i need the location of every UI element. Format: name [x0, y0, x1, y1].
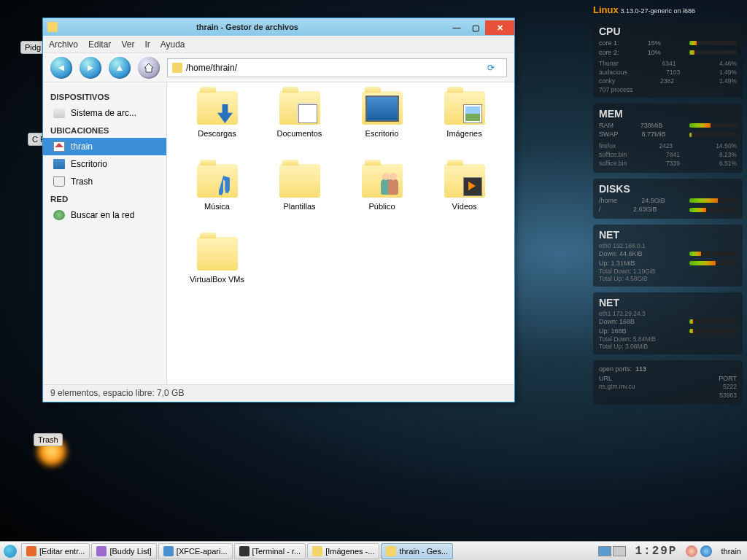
conky-disks-block: DISKS /home24.5GiB /2.63GiB — [593, 179, 743, 219]
folder-música[interactable]: Música — [176, 164, 258, 237]
folder-icon — [197, 91, 238, 125]
folder-label: Plantillas — [283, 202, 315, 211]
app-icon — [312, 546, 322, 556]
taskbar-item[interactable]: [XFCE-apari... — [158, 543, 233, 559]
toolbar: ◄ ► ▲ /home/thrain/ ⟳ — [43, 53, 514, 82]
app-icon — [96, 546, 107, 556]
taskbar: [Editar entr...[Buddy List][XFCE-apari..… — [0, 541, 747, 560]
home-button[interactable] — [138, 57, 160, 79]
conky-cpu-title: CPU — [599, 26, 737, 37]
menu-ir[interactable]: Ir — [144, 39, 150, 50]
refresh-icon[interactable]: ⟳ — [487, 63, 502, 73]
conky-os: Linux — [593, 4, 619, 15]
taskbar-item-label: [Imágenes -... — [325, 547, 374, 556]
tray-icon[interactable] — [700, 545, 712, 557]
back-button[interactable]: ◄ — [50, 57, 72, 79]
titlebar[interactable]: thrain - Gestor de archivos — ▢ ✕ — [43, 18, 514, 36]
taskbar-item[interactable]: [Terminal - r... — [234, 543, 306, 559]
taskbar-item[interactable]: [Imágenes -... — [307, 543, 379, 559]
xfce-mouse-icon — [4, 545, 17, 558]
desktop-icon-trash[interactable]: Trash — [34, 433, 63, 446]
up-button[interactable]: ▲ — [109, 57, 131, 79]
menu-editar[interactable]: Editar — [88, 39, 111, 50]
taskbar-item[interactable]: thrain - Ges... — [381, 543, 453, 559]
user-label[interactable]: thrain — [715, 547, 747, 556]
drive-icon — [53, 108, 65, 118]
doc-icon — [298, 104, 317, 123]
folder-icon — [444, 91, 485, 125]
people-icon — [381, 179, 400, 198]
folder-label: Público — [368, 202, 395, 211]
folder-label: Escritorio — [365, 129, 399, 138]
file-manager-window: thrain - Gestor de archivos — ▢ ✕ Archiv… — [42, 18, 515, 402]
tray-icon[interactable] — [686, 545, 697, 557]
app-icon — [26, 546, 36, 556]
folder-virtualbox-vms[interactable]: VirtualBox VMs — [176, 237, 258, 310]
folder-label: Descargas — [198, 129, 236, 138]
path-bar[interactable]: /home/thrain/ ⟳ — [167, 58, 507, 77]
conky-net0-block: NET eth0 192.168.0.1 Down: 44.6KiB Up: 1… — [593, 225, 743, 287]
folder-icon — [279, 164, 320, 198]
trash-icon — [53, 176, 65, 187]
network-icon — [53, 210, 65, 220]
folder-label: VirtualBox VMs — [190, 275, 244, 284]
folder-plantillas[interactable]: Plantillas — [258, 164, 341, 237]
taskbar-item[interactable]: [Buddy List] — [91, 543, 156, 559]
conky-overlay: Linux 3.13.0-27-generic on i686 CPU core… — [593, 4, 743, 405]
folder-público[interactable]: Público — [341, 164, 423, 237]
system-tray — [683, 545, 715, 557]
path-text: /home/thrain/ — [186, 63, 237, 73]
menubar: Archivo Editar Ver Ir Ayuda — [43, 36, 514, 53]
sidebar-item-thrain[interactable]: thrain — [43, 138, 166, 155]
folder-descargas[interactable]: Descargas — [176, 91, 258, 164]
sidebar-network-header: RED — [43, 190, 166, 206]
minimize-button[interactable]: — — [447, 20, 466, 35]
taskbar-item-label: [Terminal - r... — [252, 547, 301, 556]
sidebar-item-trash[interactable]: Trash — [43, 173, 166, 190]
workspace-1[interactable] — [598, 546, 611, 556]
app-icon — [386, 546, 396, 556]
conky-net1-block: NET eth1 172.29.24.3 Down: 168B Up: 168B… — [593, 292, 743, 354]
folder-escritorio[interactable]: Escritorio — [341, 91, 423, 164]
sidebar-item-filesystem[interactable]: Sistema de arc... — [43, 104, 166, 122]
window-title: thrain - Gestor de archivos — [47, 23, 447, 31]
menu-archivo[interactable]: Archivo — [49, 39, 78, 50]
folder-label: Música — [204, 202, 230, 211]
sidebar-places-header: UBICACIONES — [43, 122, 166, 138]
folder-view[interactable]: DescargasDocumentosEscritorioImágenesMús… — [167, 82, 514, 384]
workspace-pager — [598, 546, 626, 556]
taskbar-item-label: [Buddy List] — [109, 547, 151, 556]
taskbar-item-label: [XFCE-apari... — [177, 547, 228, 556]
folder-icon — [197, 237, 238, 271]
folder-imágenes[interactable]: Imágenes — [423, 91, 506, 164]
img-icon — [463, 104, 482, 123]
menu-ver[interactable]: Ver — [121, 39, 134, 50]
taskbar-item[interactable]: [Editar entr... — [21, 543, 90, 559]
desktop-icon — [53, 159, 65, 169]
maximize-button[interactable]: ▢ — [466, 20, 485, 35]
conky-mem-block: MEM RAM738MiB SWAP8.77MiB firefox242314.… — [593, 104, 743, 173]
folder-documentos[interactable]: Documentos — [258, 91, 341, 164]
clock[interactable]: 1:29P — [629, 545, 683, 558]
sidebar-item-network[interactable]: Buscar en la red — [43, 206, 166, 224]
applications-menu-button[interactable] — [0, 542, 20, 560]
taskbar-item-label: [Editar entr... — [39, 547, 85, 556]
workspace-2[interactable] — [613, 546, 626, 556]
close-button[interactable]: ✕ — [485, 20, 514, 35]
folder-icon — [444, 164, 485, 198]
menu-ayuda[interactable]: Ayuda — [160, 39, 185, 50]
music-icon — [219, 176, 235, 196]
sidebar-devices-header: DISPOSITIVOS — [43, 88, 166, 104]
folder-label: Vídeos — [452, 202, 476, 211]
conky-cpu-block: CPU core 1:15% core 2:10% Thunar63414.46… — [593, 21, 743, 98]
status-bar: 9 elementos, espacio libre: 7,0 GB — [43, 384, 514, 402]
folder-vídeos[interactable]: Vídeos — [423, 164, 506, 237]
folder-icon — [362, 91, 403, 125]
video-icon — [463, 177, 482, 196]
dl-icon — [216, 104, 235, 123]
sidebar-item-escritorio[interactable]: Escritorio — [43, 155, 166, 173]
folder-icon — [197, 164, 238, 198]
forward-button[interactable]: ► — [80, 57, 101, 79]
home-icon — [53, 141, 65, 152]
app-icon — [239, 546, 249, 556]
